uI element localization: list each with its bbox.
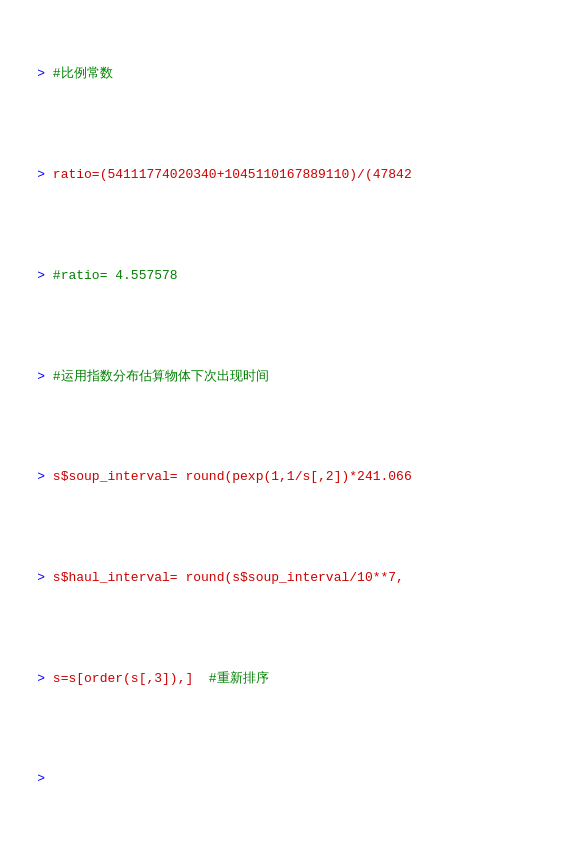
code-ratio: ratio=(54111774020340+1045110167889110)/… [53,167,412,182]
prompt-4: > [37,369,53,384]
prompt-7: > [37,671,53,686]
code-order: s=s[order(s[,3]),] [53,671,209,686]
comment-exp: #运用指数分布估算物体下次出现时间 [53,369,269,384]
comment-1: #比例常数 [53,66,113,81]
console-output: > #比例常数 > ratio=(54111774020340+10451101… [0,0,580,846]
code-haul-interval: s$haul_interval= round(s$soup_interval/1… [53,570,404,585]
comment-ratio: #ratio= 4.557578 [53,268,178,283]
prompt-3: > [37,268,53,283]
prompt-5: > [37,469,53,484]
comment-order: #重新排序 [209,671,269,686]
prompt-8: > [37,771,45,786]
prompt-2: > [37,167,53,182]
prompt-6: > [37,570,53,585]
code-soup-interval: s$soup_interval= round(pexp(1,1/s[,2])*2… [53,469,412,484]
prompt-1: > [37,66,53,81]
